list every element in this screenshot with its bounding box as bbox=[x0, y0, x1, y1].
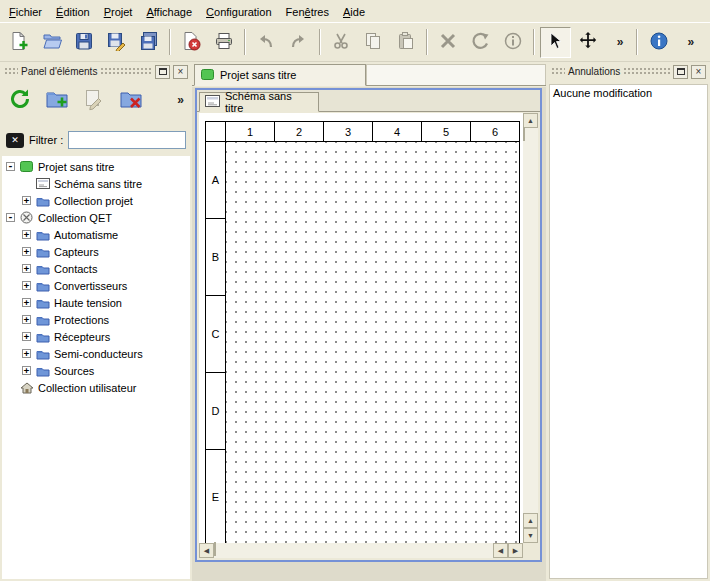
tree-item-collection-projet[interactable]: +Collection projet bbox=[2, 192, 190, 209]
undo-panel-titlebar[interactable]: Annulations × bbox=[549, 64, 708, 79]
diagram-canvas[interactable]: 123456ABCDE bbox=[199, 113, 523, 543]
expander-plus-icon[interactable]: + bbox=[22, 315, 31, 324]
clipboard-icon bbox=[396, 31, 416, 53]
expander-plus-icon[interactable]: + bbox=[22, 247, 31, 256]
clear-filter-button[interactable]: ✕ bbox=[6, 133, 24, 148]
expander-plus-icon[interactable]: + bbox=[22, 264, 31, 273]
open-button[interactable] bbox=[36, 27, 66, 58]
rotate-button[interactable] bbox=[465, 27, 495, 58]
copy-button[interactable] bbox=[358, 27, 388, 58]
column-header-5: 5 bbox=[422, 122, 471, 142]
tree-item-sources[interactable]: +Sources bbox=[2, 362, 190, 379]
expander-minus-icon[interactable]: - bbox=[6, 213, 15, 222]
scroll-up-button[interactable]: ▲ bbox=[523, 113, 538, 128]
scroll-right-button[interactable]: ▶ bbox=[508, 543, 523, 558]
diagram-table: 123456ABCDE bbox=[205, 121, 520, 543]
tree-item-contacts[interactable]: +Contacts bbox=[2, 260, 190, 277]
close-panel-button[interactable]: × bbox=[691, 65, 706, 79]
tree-item-collection-qet[interactable]: -Collection QET bbox=[2, 209, 190, 226]
expander-plus-icon[interactable]: + bbox=[22, 366, 31, 375]
redo-button[interactable] bbox=[283, 27, 313, 58]
edit-element-button[interactable] bbox=[79, 85, 109, 115]
tree-item-label: Semi-conducteurs bbox=[54, 348, 143, 360]
project-tab-label: Projet sans titre bbox=[220, 69, 296, 81]
new-element-button[interactable] bbox=[42, 85, 72, 115]
float-panel-button[interactable] bbox=[673, 65, 688, 79]
float-panel-button[interactable] bbox=[155, 65, 170, 79]
delete-element-button[interactable] bbox=[116, 85, 146, 115]
schema-icon bbox=[205, 95, 220, 109]
scroll-left-button[interactable]: ◀ bbox=[199, 543, 214, 558]
expander-plus-icon[interactable]: + bbox=[22, 332, 31, 341]
paste-button[interactable] bbox=[390, 27, 420, 58]
expander-plus-icon[interactable]: + bbox=[22, 196, 31, 205]
dock-grip bbox=[4, 67, 18, 76]
about-qet-button[interactable] bbox=[643, 27, 673, 58]
tab-project[interactable]: Projet sans titre bbox=[194, 64, 366, 86]
qelectrotech-window: FichierÉditionProjetAffichageConfigurati… bbox=[0, 0, 710, 581]
element-infos-button[interactable] bbox=[498, 27, 528, 58]
close-panel-button[interactable]: × bbox=[173, 65, 188, 79]
horizontal-scrollbar[interactable]: ◀ ◀ ▶ bbox=[199, 543, 523, 558]
undo-history-list[interactable]: Aucune modification bbox=[549, 84, 708, 579]
save-as-button[interactable] bbox=[101, 27, 131, 58]
menu-projet[interactable]: Projet bbox=[97, 1, 140, 22]
vertical-scrollbar[interactable]: ▲ ▲ ▼ bbox=[523, 113, 538, 543]
save-all-button[interactable] bbox=[134, 27, 164, 58]
tree-item-label: Automatisme bbox=[54, 229, 118, 241]
move-mode-button[interactable] bbox=[573, 27, 603, 58]
tree-item-convertisseurs[interactable]: +Convertisseurs bbox=[2, 277, 190, 294]
expander-plus-icon[interactable]: + bbox=[22, 230, 31, 239]
horizontal-scroll-thumb[interactable] bbox=[214, 542, 216, 556]
vertical-scroll-track[interactable] bbox=[523, 128, 538, 513]
tree-item-haute-tension[interactable]: +Haute tension bbox=[2, 294, 190, 311]
undo-button[interactable] bbox=[251, 27, 281, 58]
dock-grip bbox=[623, 67, 670, 76]
scrollbar-corner bbox=[523, 543, 538, 558]
tree-item-projet-sans-titre[interactable]: -Projet sans titre bbox=[2, 158, 190, 175]
print-button[interactable] bbox=[208, 27, 238, 58]
scroll-down-button[interactable]: ▼ bbox=[523, 528, 538, 543]
menu-edition[interactable]: Édition bbox=[49, 1, 97, 22]
menu-affichage[interactable]: Affichage bbox=[139, 1, 199, 22]
horizontal-scroll-track[interactable] bbox=[214, 543, 493, 558]
expander-plus-icon[interactable]: + bbox=[22, 349, 31, 358]
reload-collections-button[interactable] bbox=[5, 85, 35, 115]
vertical-scroll-thumb[interactable] bbox=[523, 127, 525, 141]
new-project-button[interactable] bbox=[4, 27, 34, 58]
save-button[interactable] bbox=[69, 27, 99, 58]
expander-plus-icon[interactable]: + bbox=[22, 298, 31, 307]
expander-plus-icon[interactable]: + bbox=[22, 281, 31, 290]
tree-item-label: Protections bbox=[54, 314, 109, 326]
menu-configuration[interactable]: Configuration bbox=[199, 1, 278, 22]
help-toolbar-overflow-button[interactable]: » bbox=[676, 27, 706, 58]
delete-button[interactable] bbox=[433, 27, 463, 58]
tree-item-capteurs[interactable]: +Capteurs bbox=[2, 243, 190, 260]
tree-item-collection-utilisateur[interactable]: Collection utilisateur bbox=[2, 379, 190, 396]
cut-button[interactable] bbox=[326, 27, 356, 58]
tree-item-automatisme[interactable]: +Automatisme bbox=[2, 226, 190, 243]
project-child-window[interactable]: Schéma sans titre 123456ABCDE ▲ ▲ ▼ bbox=[195, 88, 542, 562]
scroll-left-button-2[interactable]: ◀ bbox=[493, 543, 508, 558]
menu-fenetres[interactable]: Fenêtres bbox=[279, 1, 336, 22]
diagram-grid[interactable] bbox=[226, 142, 520, 543]
selection-mode-button[interactable] bbox=[540, 27, 570, 58]
main-toolbar: » » bbox=[0, 22, 710, 62]
filter-input[interactable] bbox=[68, 131, 186, 149]
menu-aide[interactable]: Aide bbox=[336, 1, 372, 22]
tree-item-recepteurs[interactable]: +Récepteurs bbox=[2, 328, 190, 345]
tree-item-protections[interactable]: +Protections bbox=[2, 311, 190, 328]
pencil-edit-icon bbox=[82, 87, 106, 113]
tab-schema[interactable]: Schéma sans titre bbox=[199, 92, 319, 112]
scroll-up-button-2[interactable]: ▲ bbox=[523, 513, 538, 528]
folder-icon bbox=[35, 246, 50, 258]
mode-toolbar-overflow-button[interactable]: » bbox=[605, 27, 635, 58]
elements-panel-titlebar[interactable]: Panel d'éléments × bbox=[2, 64, 190, 79]
tree-item-semi-conducteurs[interactable]: +Semi-conducteurs bbox=[2, 345, 190, 362]
close-file-button[interactable] bbox=[176, 27, 206, 58]
panel-toolbar-overflow-button[interactable]: » bbox=[177, 93, 187, 107]
menu-fichier[interactable]: Fichier bbox=[2, 1, 49, 22]
tree-item-schema-sans-titre[interactable]: Schéma sans titre bbox=[2, 175, 190, 192]
save-as-icon bbox=[106, 31, 126, 53]
expander-minus-icon[interactable]: - bbox=[6, 162, 15, 171]
